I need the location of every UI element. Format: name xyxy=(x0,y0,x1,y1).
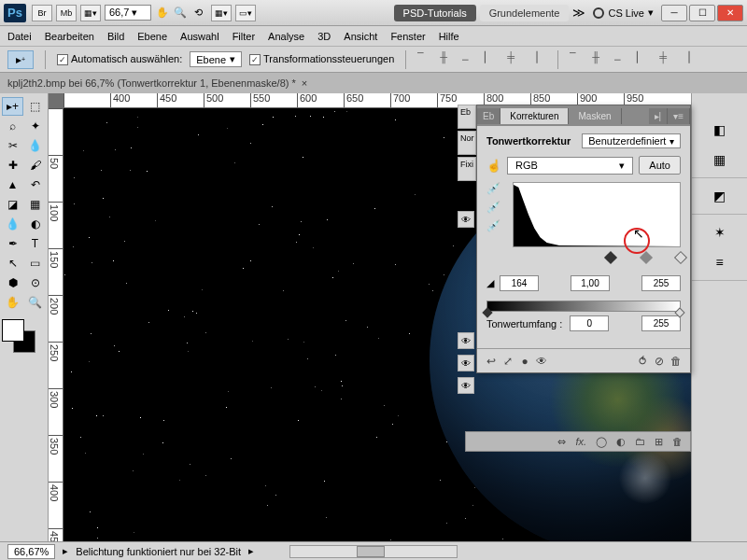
current-tool-icon[interactable]: ▸+ xyxy=(7,50,34,69)
menu-bild[interactable]: Bild xyxy=(107,31,124,42)
layer-visibility-icon[interactable]: 👁 xyxy=(458,377,474,394)
foreground-swatch[interactable] xyxy=(2,319,24,342)
layer-visibility-icon[interactable]: 👁 xyxy=(458,332,474,349)
eraser-tool[interactable]: ◪ xyxy=(2,195,23,214)
layer-visibility-icon[interactable]: 👁 xyxy=(458,211,474,228)
white-slider[interactable] xyxy=(674,251,687,264)
output-white-field[interactable] xyxy=(641,315,681,331)
channel-dropdown[interactable]: RGB▾ xyxy=(507,157,633,175)
rotate-icon[interactable]: ⟲ xyxy=(190,6,205,21)
menu-datei[interactable]: Datei xyxy=(7,31,32,42)
hand-icon[interactable]: ✋ xyxy=(155,6,170,21)
screenmode-button[interactable]: ▭▾ xyxy=(235,5,256,21)
view-extras-button[interactable]: ▦▾ xyxy=(80,5,101,21)
dist-top-icon[interactable]: ⎺ xyxy=(570,51,586,68)
align-hcenter-icon[interactable]: ╪ xyxy=(507,51,524,68)
align-bottom-icon[interactable]: ⎽ xyxy=(462,51,479,68)
hand-tool[interactable]: ✋ xyxy=(2,293,23,312)
minimize-button[interactable]: ─ xyxy=(661,5,687,21)
zoom-field[interactable]: 66,67% xyxy=(7,544,55,559)
auto-button[interactable]: Auto xyxy=(639,156,681,175)
transform-checkbox[interactable]: ✓Transformationssteuerungen xyxy=(249,53,394,65)
workspace-tab-2[interactable]: Grundelemente xyxy=(480,5,570,21)
menu-filter[interactable]: Filter xyxy=(233,31,255,42)
maximize-button[interactable]: ☐ xyxy=(689,5,715,21)
eyedropper-tool[interactable]: 💧 xyxy=(24,136,46,155)
new-layer-icon[interactable]: ⊞ xyxy=(655,436,663,448)
dist-hcenter-icon[interactable]: ╪ xyxy=(659,51,676,68)
input-gamma-field[interactable] xyxy=(571,275,610,291)
shape-tool[interactable]: ▭ xyxy=(24,254,46,273)
type-tool[interactable]: T xyxy=(24,234,46,253)
trash-icon[interactable]: 🗑 xyxy=(672,436,683,447)
3d-tool[interactable]: ⬢ xyxy=(2,273,23,292)
panel-tab-masken[interactable]: Masken xyxy=(569,108,621,124)
link-icon[interactable]: ⇔ xyxy=(557,436,566,448)
reset-icon[interactable]: ⊘ xyxy=(651,353,668,370)
menu-3d[interactable]: 3D xyxy=(317,31,331,42)
white-eyedropper-icon[interactable]: 💉 xyxy=(486,219,501,234)
cslive-button[interactable]: CS Live ▾ xyxy=(593,7,654,19)
menu-ansicht[interactable]: Ansicht xyxy=(344,31,377,42)
panel-tab-eb[interactable]: Eb xyxy=(477,108,500,124)
preset-dropdown[interactable]: Benutzerdefiniert ▾ xyxy=(582,133,681,148)
align-right-icon[interactable]: ▕ xyxy=(529,51,546,68)
color-panel-icon[interactable]: ◧ xyxy=(710,119,730,140)
gradient-tool[interactable]: ▦ xyxy=(24,195,46,214)
dist-left-icon[interactable]: ▏ xyxy=(637,51,654,68)
document-tab[interactable]: kplj2th2.bmp bei 66,7% (Tonwertkorrektur… xyxy=(0,73,747,93)
dist-vcenter-icon[interactable]: ╫ xyxy=(592,51,609,68)
horizontal-scrollbar[interactable] xyxy=(289,545,458,558)
output-black-field[interactable] xyxy=(570,315,609,331)
arrange-button[interactable]: ▦▾ xyxy=(211,5,232,21)
prev-state-icon[interactable]: ⥀ xyxy=(634,353,651,370)
brush-tool[interactable]: 🖌 xyxy=(24,156,46,175)
move-tool[interactable]: ▸+ xyxy=(2,97,23,116)
auto-select-checkbox[interactable]: ✓Automatisch auswählen: xyxy=(57,53,182,65)
wand-tool[interactable]: ✦ xyxy=(24,117,46,135)
output-gradient[interactable] xyxy=(486,301,681,312)
adjustments-panel-icon[interactable]: ◩ xyxy=(710,186,730,206)
minibridge-button[interactable]: Mb xyxy=(56,5,77,21)
healing-tool[interactable]: ✚ xyxy=(2,156,23,175)
gray-eyedropper-icon[interactable]: 💉 xyxy=(486,201,501,216)
input-white-field[interactable] xyxy=(641,275,681,291)
visibility-icon[interactable]: 👁 xyxy=(533,353,550,370)
close-button[interactable]: ✕ xyxy=(717,5,743,21)
panel-collapse-icon[interactable]: ▸| xyxy=(649,108,669,124)
color-swatches[interactable] xyxy=(2,319,39,357)
delete-icon[interactable]: 🗑 xyxy=(668,353,684,370)
more-workspaces-icon[interactable]: ≫ xyxy=(572,6,585,20)
panel-menu-icon[interactable]: ▾≡ xyxy=(668,108,690,124)
bridge-button[interactable]: Br xyxy=(32,5,52,21)
adjustment-icon[interactable]: ◐ xyxy=(616,436,626,448)
history-brush-tool[interactable]: ↶ xyxy=(24,175,46,194)
vertical-ruler[interactable]: 5010015020025030035040045050055060065070… xyxy=(49,108,63,541)
zoom-icon[interactable]: 🔍 xyxy=(173,6,188,21)
scrollbar-thumb[interactable] xyxy=(357,546,385,557)
3d-camera-tool[interactable]: ⊙ xyxy=(24,273,46,292)
black-eyedropper-icon[interactable]: 💉 xyxy=(486,182,501,197)
menu-analyse[interactable]: Analyse xyxy=(268,31,304,42)
align-top-icon[interactable]: ⎺ xyxy=(417,51,434,68)
blend-stub[interactable]: Nor xyxy=(458,131,476,155)
path-tool[interactable]: ↖ xyxy=(2,254,23,273)
stamp-tool[interactable]: ▲ xyxy=(2,175,23,194)
fx-icon[interactable]: fx. xyxy=(575,436,586,447)
dist-bottom-icon[interactable]: ⎽ xyxy=(614,51,631,68)
layers-tab-stub[interactable]: Eb xyxy=(458,105,476,129)
return-icon[interactable]: ↩ xyxy=(483,353,500,370)
workspace-tab-1[interactable]: PSD-Tutorials xyxy=(394,5,476,21)
zoom-tool[interactable]: 🔍 xyxy=(24,293,46,312)
close-tab-icon[interactable]: × xyxy=(302,77,307,89)
zoom-select[interactable]: 66,7 ▾ xyxy=(105,5,151,21)
histogram[interactable]: ↖ xyxy=(513,182,681,247)
align-left-icon[interactable]: ▏ xyxy=(485,51,501,68)
crop-tool[interactable]: ✂ xyxy=(2,136,23,155)
menu-hilfe[interactable]: Hilfe xyxy=(439,31,459,42)
history-panel-icon[interactable]: ≡ xyxy=(710,252,730,273)
clip-icon[interactable]: ● xyxy=(516,353,533,370)
dodge-tool[interactable]: ◐ xyxy=(24,215,46,233)
menu-bearbeiten[interactable]: Bearbeiten xyxy=(45,31,94,42)
status-more-icon[interactable]: ▸ xyxy=(248,545,254,557)
